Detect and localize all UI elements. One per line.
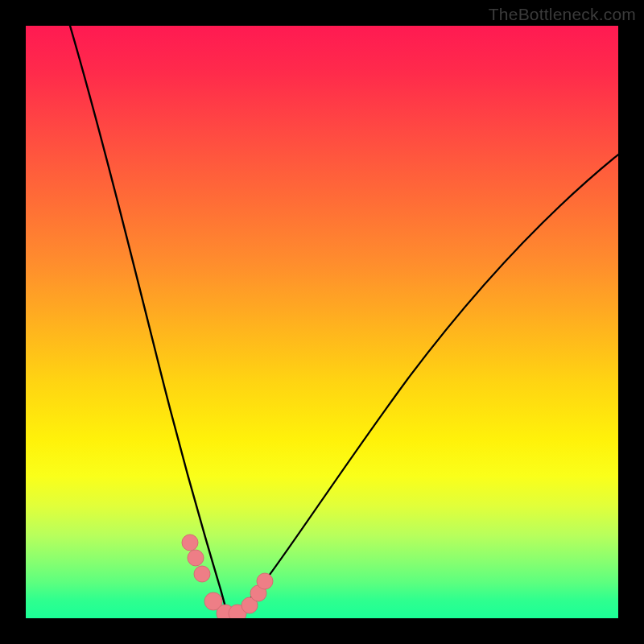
highlight-markers — [182, 535, 273, 618]
marker-point — [182, 535, 198, 551]
chart-overlay — [26, 26, 618, 618]
chart-frame: TheBottleneck.com — [0, 0, 644, 644]
marker-point — [188, 550, 204, 566]
curve-right-branch — [229, 155, 618, 618]
plot-area — [26, 26, 618, 618]
marker-point — [194, 566, 210, 582]
marker-point — [257, 573, 273, 589]
watermark-text: TheBottleneck.com — [489, 5, 636, 24]
curve-left-branch — [70, 26, 229, 618]
